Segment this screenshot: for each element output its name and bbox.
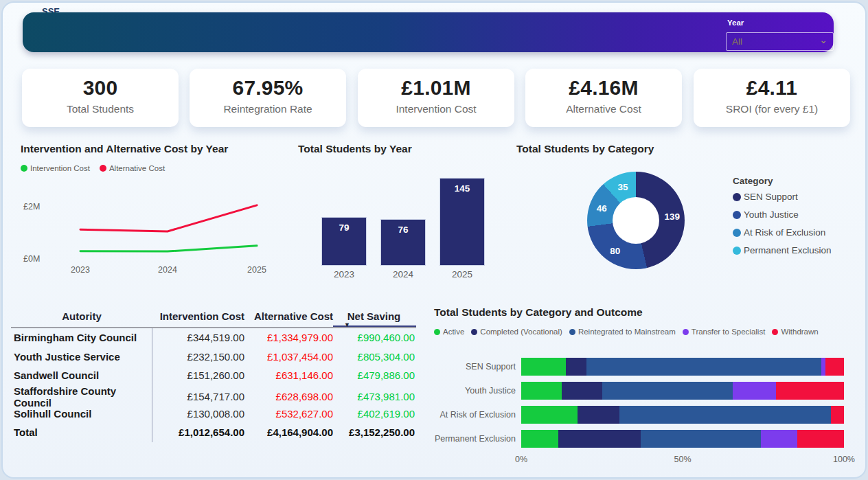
kpi-card: 67.95%Reintegration Rate bbox=[190, 69, 346, 127]
table-header-row: AutorityIntervention CostAlternative Cos… bbox=[11, 305, 416, 327]
axis-tick-label: 2023 bbox=[322, 269, 366, 279]
table-cell: £232,150.00 bbox=[152, 347, 244, 367]
bar-segment[interactable] bbox=[825, 358, 844, 376]
legend-dot-icon bbox=[434, 329, 440, 335]
stacked-bar-row: At Risk of Exclusion bbox=[433, 406, 844, 424]
bar[interactable]: 76 bbox=[381, 220, 425, 265]
category-label: At Risk of Exclusion bbox=[433, 410, 521, 420]
bar-data-label: 145 bbox=[440, 183, 484, 194]
legend-dot-icon bbox=[772, 329, 778, 335]
year-dropdown[interactable]: All ⌄ bbox=[726, 32, 834, 51]
bar-segment[interactable] bbox=[586, 358, 821, 376]
legend-item[interactable]: Transfer to Specialist bbox=[683, 328, 766, 336]
table-header-separator bbox=[11, 327, 416, 328]
legend-item-label: Alternative Cost bbox=[109, 164, 165, 172]
axis-tick-label: 2025 bbox=[247, 265, 266, 275]
bar-segment[interactable] bbox=[619, 406, 831, 424]
bar-segment[interactable] bbox=[521, 358, 566, 376]
category-label: Permanent Exclusion bbox=[433, 434, 521, 444]
kpi-card: £1.01MIntervention Cost bbox=[358, 69, 514, 127]
table-row[interactable]: Staffordshire County Council£154,717.00£… bbox=[11, 385, 416, 404]
stacked-bar[interactable] bbox=[521, 430, 844, 448]
axis-tick-label: 2024 bbox=[158, 265, 177, 275]
legend-item-label: Youth Justice bbox=[744, 209, 799, 220]
table-row[interactable]: Sandwell Council£151,260.00£631,146.00£4… bbox=[11, 366, 416, 385]
legend-item-label: Active bbox=[443, 328, 464, 336]
bar-segment[interactable] bbox=[641, 430, 761, 448]
bar-segment[interactable] bbox=[566, 358, 586, 376]
table-cell: £3,152,250.00 bbox=[333, 423, 415, 442]
bar-chart-title: Total Students by Year bbox=[298, 143, 412, 155]
table-cell: £130,008.00 bbox=[152, 404, 244, 423]
stacked-bar[interactable] bbox=[521, 382, 844, 400]
dashboard: SSE Year All ⌄ 300Total Students67.95%Re… bbox=[0, 0, 868, 480]
table-total-row: Total£1,012,654.00£4,164,904.00£3,152,25… bbox=[11, 423, 416, 442]
bar-segment[interactable] bbox=[776, 382, 844, 400]
year-filter-label: Year bbox=[727, 19, 744, 27]
legend-dot-icon bbox=[683, 329, 689, 335]
line-chart-legend: Intervention CostAlternative Cost bbox=[21, 164, 165, 172]
line-chart: Intervention and Alternative Cost by Yea… bbox=[16, 140, 298, 288]
bar-segment[interactable] bbox=[521, 382, 562, 400]
donut-ring[interactable]: 139804635 bbox=[587, 172, 685, 269]
donut-segment-label: 80 bbox=[610, 245, 620, 255]
header-bar bbox=[23, 12, 834, 52]
kpi-card: £4.16MAlternative Cost bbox=[525, 69, 682, 127]
line-chart-plot[interactable]: £2M£0M202320242025 bbox=[16, 181, 295, 284]
legend-item[interactable]: Intervention Cost bbox=[21, 164, 90, 172]
column-header[interactable]: Autority bbox=[11, 305, 152, 327]
table-cell: £990,460.00 bbox=[333, 328, 415, 347]
legend-item[interactable]: Completed (Vocational) bbox=[471, 328, 562, 336]
bar-segment[interactable] bbox=[521, 430, 558, 448]
bar[interactable]: 145 bbox=[440, 179, 484, 265]
legend-item[interactable]: Withdrawn bbox=[772, 328, 818, 336]
table-cell: Total bbox=[11, 423, 152, 442]
donut-legend: Category SEN SupportYouth JusticeAt Risk… bbox=[733, 176, 832, 263]
bar-segment[interactable] bbox=[521, 406, 578, 424]
table-row[interactable]: Birmingham City Council£344,519.00£1,334… bbox=[11, 328, 416, 347]
legend-item[interactable]: Alternative Cost bbox=[100, 164, 165, 172]
table-cell: £1,012,654.00 bbox=[152, 423, 244, 442]
legend-item[interactable]: At Risk of Exclusion bbox=[733, 227, 832, 238]
legend-item[interactable]: SEN Support bbox=[733, 192, 832, 202]
stacked-bar-chart: Total Students by Category and Outcome A… bbox=[429, 305, 865, 477]
legend-item-label: Intervention Cost bbox=[30, 164, 90, 172]
legend-item-label: Transfer to Specialist bbox=[692, 328, 766, 336]
column-header[interactable]: Intervention Cost bbox=[152, 305, 244, 327]
sort-descending-icon[interactable]: ▼ bbox=[344, 321, 350, 328]
legend-item[interactable]: Permanent Exclusion bbox=[733, 245, 832, 255]
kpi-label: SROI (for every £1) bbox=[694, 103, 850, 115]
bar-segment[interactable] bbox=[558, 430, 641, 448]
bar-segment[interactable] bbox=[578, 406, 619, 424]
legend-item[interactable]: Youth Justice bbox=[733, 209, 832, 220]
kpi-value: £1.01M bbox=[358, 76, 514, 100]
bar[interactable]: 79 bbox=[322, 218, 366, 265]
line-series[interactable] bbox=[80, 205, 257, 231]
stacked-bar[interactable] bbox=[521, 406, 844, 424]
legend-item-label: Permanent Exclusion bbox=[744, 245, 832, 255]
table-cell: Solihull Council bbox=[11, 404, 152, 423]
category-label: SEN Support bbox=[433, 362, 521, 372]
line-series[interactable] bbox=[80, 246, 257, 251]
bar-segment[interactable] bbox=[562, 382, 602, 400]
bar-data-label: 79 bbox=[322, 222, 366, 233]
donut-segment-label: 35 bbox=[617, 181, 628, 192]
bar-segment[interactable] bbox=[797, 430, 844, 448]
bar-segment[interactable] bbox=[831, 406, 844, 424]
column-header[interactable]: Alternative Cost bbox=[244, 305, 333, 327]
stacked-bar[interactable] bbox=[521, 358, 844, 376]
bar-segment[interactable] bbox=[602, 382, 733, 400]
x-axis: 0%50%100% bbox=[521, 455, 844, 466]
bar-segment[interactable] bbox=[733, 382, 776, 400]
chevron-down-icon[interactable]: ⌄ bbox=[819, 36, 827, 43]
table-row[interactable]: Youth Justice Service£232,150.00£1,037,4… bbox=[11, 347, 416, 367]
stacked-bar-row: Youth Justice bbox=[433, 382, 844, 400]
legend-item[interactable]: Reintegrated to Mainstream bbox=[569, 328, 676, 336]
legend-dot-icon bbox=[100, 165, 106, 172]
table-body: Birmingham City Council£344,519.00£1,334… bbox=[11, 328, 416, 442]
legend-dot-icon bbox=[733, 229, 741, 237]
kpi-card: 300Total Students bbox=[22, 69, 179, 127]
legend-item[interactable]: Active bbox=[434, 328, 464, 336]
bar-segment[interactable] bbox=[761, 430, 797, 448]
table-row[interactable]: Solihull Council£130,008.00£532,627.00£4… bbox=[11, 404, 416, 423]
